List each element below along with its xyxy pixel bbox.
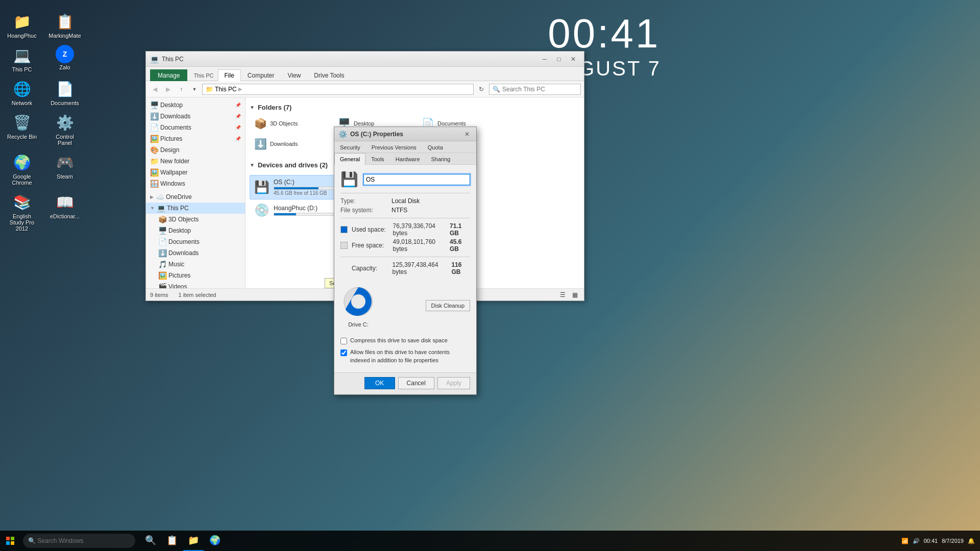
tab-general[interactable]: General xyxy=(334,153,365,165)
dialog-titlebar-icon: ⚙️ xyxy=(338,130,347,138)
desktop-icon-thispc[interactable]: 💻 This PC xyxy=(4,43,40,74)
cortana-icon: 🔍 xyxy=(145,535,156,546)
disk-cleanup-button[interactable]: Disk Cleanup xyxy=(426,300,470,311)
tab-quota[interactable]: Quota xyxy=(422,141,449,153)
nav-item-onedrive[interactable]: ▶ ☁️ OneDrive xyxy=(146,191,245,203)
taskbar-notification-icon[interactable]: 🔔 xyxy=(968,538,975,544)
edictionary-label: eDictionar... xyxy=(50,213,80,219)
drives-arrow-icon: ▼ xyxy=(250,162,255,168)
nav-item-pictures[interactable]: 🖼️ Pictures xyxy=(154,270,245,281)
taskbar-clock[interactable]: 00:41 xyxy=(924,538,938,544)
recent-locations-button[interactable]: ▼ xyxy=(189,84,200,95)
desktop-sub-nav-icon: 🖥️ xyxy=(158,227,166,235)
search-input[interactable] xyxy=(502,86,574,93)
dialog-used-space-row: Used space: 76,379,336,704 bytes 71.1 GB xyxy=(340,222,470,237)
nav-item-newfolder[interactable]: 📁 New folder xyxy=(146,156,245,167)
nav-item-design[interactable]: 🎨 Design xyxy=(146,144,245,156)
videos-nav-label: Videos xyxy=(168,283,241,288)
desktop-icon-steam[interactable]: 🎮 Steam xyxy=(47,150,83,188)
nav-item-music[interactable]: 🎵 Music xyxy=(154,259,245,270)
desktop-icon-english[interactable]: 📚 English Study Pro 2012 xyxy=(4,190,40,234)
tab-tools[interactable]: Tools xyxy=(365,153,390,165)
taskbar-cortana-button[interactable]: 🔍 xyxy=(140,531,161,551)
start-button[interactable] xyxy=(0,531,20,551)
dialog-type-row: Type: Local Disk xyxy=(340,197,470,205)
dialog-close-button[interactable]: ✕ xyxy=(462,130,472,139)
tab-previous-versions[interactable]: Previous Versions xyxy=(366,141,422,153)
tab-drivetools[interactable]: Drive Tools xyxy=(307,69,351,81)
close-button[interactable]: ✕ xyxy=(567,54,580,65)
nav-item-downloads-sub[interactable]: ⬇️ Downloads xyxy=(154,247,245,259)
minimize-button[interactable]: ─ xyxy=(538,54,551,65)
desktop-icon-network[interactable]: 🌐 Network xyxy=(4,77,40,108)
folder-downloads[interactable]: ⬇️ Downloads xyxy=(250,135,331,153)
compress-checkbox[interactable] xyxy=(340,338,347,344)
dialog-title: OS (C:) Properties xyxy=(350,131,462,138)
tab-file[interactable]: File xyxy=(218,69,241,81)
nav-item-thispc[interactable]: ▼ 💻 This PC xyxy=(146,203,245,214)
explorer-titlebar-title: This PC xyxy=(162,56,538,63)
nav-item-documents-pinned[interactable]: 📄 Documents 📌 xyxy=(146,122,245,133)
documents-nav-label: Documents xyxy=(160,124,233,131)
pictures-nav-icon: 🖼️ xyxy=(158,271,166,280)
nav-item-documents-sub[interactable]: 📄 Documents xyxy=(154,236,245,247)
tab-hardware[interactable]: Hardware xyxy=(390,153,426,165)
taskbar-search-input[interactable] xyxy=(23,534,135,548)
desktop-icon-markingmate[interactable]: 📋 MarkingMate xyxy=(47,9,83,41)
tab-computer[interactable]: Computer xyxy=(241,69,281,81)
tab-view[interactable]: View xyxy=(281,69,308,81)
cancel-button[interactable]: Cancel xyxy=(398,377,434,389)
chrome-taskbar-icon: 🌍 xyxy=(209,535,220,546)
desktop-icon-recyclebin[interactable]: 🗑️ Recycle Bin xyxy=(4,110,40,148)
refresh-button[interactable]: ↻ xyxy=(476,84,487,95)
apply-button[interactable]: Apply xyxy=(437,377,470,389)
folder-3dobjects[interactable]: 📦 3D Objects xyxy=(250,114,331,133)
wallpaper-nav-label: Wallpaper xyxy=(160,169,241,176)
desktop: 00:41 AUGUST 7 📁 HoangPhuc 📋 MarkingMate… xyxy=(0,0,980,551)
taskbar-network-icon[interactable]: 📶 xyxy=(901,538,909,544)
index-checkbox[interactable] xyxy=(340,349,347,356)
taskbar-volume-icon[interactable]: 🔊 xyxy=(913,538,920,544)
tab-security[interactable]: Security xyxy=(334,141,366,153)
taskbar-chrome-button[interactable]: 🌍 xyxy=(205,531,225,551)
nav-item-pictures-pinned[interactable]: 🖼️ Pictures 📌 xyxy=(146,133,245,144)
up-button[interactable]: ↑ xyxy=(176,84,187,95)
index-checkbox-row: Allow files on this drive to have conten… xyxy=(340,348,470,364)
address-path[interactable]: 📁 This PC ▶ xyxy=(202,84,474,95)
desktop-icon-zalo[interactable]: Z Zalo xyxy=(47,43,83,74)
nav-item-desktop[interactable]: 🖥️ Desktop 📌 xyxy=(146,99,245,111)
tab-sharing[interactable]: Sharing xyxy=(426,153,456,165)
desktop-icon-edictionary[interactable]: 📖 eDictionar... xyxy=(47,190,83,234)
nav-item-downloads[interactable]: ⬇️ Downloads 📌 xyxy=(146,111,245,122)
desktop-icon-hoangphuc[interactable]: 📁 HoangPhuc xyxy=(4,9,40,41)
maximize-button[interactable]: □ xyxy=(552,54,566,65)
dialog-titlebar[interactable]: ⚙️ OS (C:) Properties ✕ xyxy=(334,127,476,141)
tiles-view-button[interactable]: ▦ xyxy=(570,290,580,300)
dialog-content: 💾 Type: Local Disk File system: NTFS Use… xyxy=(334,165,476,372)
design-nav-label: Design xyxy=(160,146,241,154)
ok-button[interactable]: OK xyxy=(364,377,395,389)
3dobjects-nav-label: 3D Objects xyxy=(168,216,241,223)
desktop-icon-controlpanel[interactable]: ⚙️ Control Panel xyxy=(47,110,83,148)
documents-sub-nav-label: Documents xyxy=(168,238,241,245)
list-view-button[interactable]: ☰ xyxy=(557,290,568,300)
drive-name-input[interactable] xyxy=(363,174,470,185)
explorer-titlebar[interactable]: 💻 This PC ─ □ ✕ xyxy=(146,52,584,67)
markingmate-label: MarkingMate xyxy=(48,33,81,39)
dialog-buttons: OK Cancel Apply xyxy=(334,372,476,394)
hoangphuc-icon: 📁 xyxy=(12,11,32,32)
folders-section-header[interactable]: ▼ Folders (7) xyxy=(250,102,580,114)
forward-button[interactable]: ▶ xyxy=(162,84,174,95)
taskbar-taskview-button[interactable]: 📋 xyxy=(162,531,182,551)
taskbar-explorer-button[interactable]: 📁 xyxy=(183,531,204,551)
nav-item-desktop-sub[interactable]: 🖥️ Desktop xyxy=(154,225,245,236)
nav-item-videos[interactable]: 🎬 Videos xyxy=(154,281,245,288)
back-button[interactable]: ◀ xyxy=(149,84,160,95)
nav-item-wallpaper[interactable]: 🖼️ Wallpaper xyxy=(146,167,245,178)
nav-item-3dobjects[interactable]: 📦 3D Objects xyxy=(154,214,245,225)
desktop-icon-chrome[interactable]: 🌍 Google Chrome xyxy=(4,150,40,188)
clock-time: 00:41 xyxy=(547,10,661,57)
nav-item-windows[interactable]: 🪟 Windows xyxy=(146,178,245,189)
tab-manage[interactable]: Manage xyxy=(150,69,187,81)
desktop-icon-documents[interactable]: 📄 Documents xyxy=(47,77,83,108)
